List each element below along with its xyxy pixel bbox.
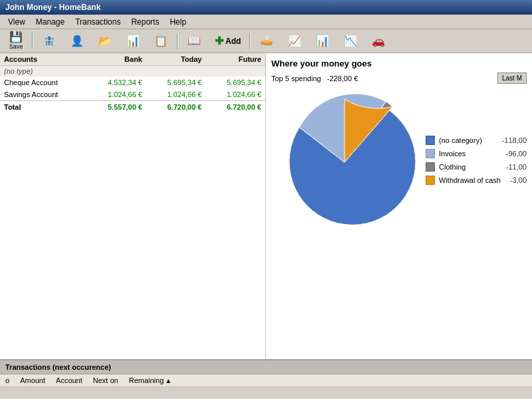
menu-help[interactable]: Help — [164, 16, 192, 28]
linechart-icon: 📈 — [288, 36, 301, 47]
account-future: 5.695,34 € — [205, 76, 265, 88]
table-row[interactable]: Savings Account 1.024,66 € 1.024,66 € 1.… — [0, 88, 265, 101]
menu-manage[interactable]: Manage — [31, 16, 70, 28]
barchart-button[interactable]: 📊 — [309, 31, 336, 51]
pie-chart — [271, 89, 418, 235]
menu-reports[interactable]: Reports — [126, 16, 164, 28]
categories-icon: 📂 — [98, 36, 112, 47]
add-plus-icon: ✚ — [215, 35, 223, 47]
legend-label-withdrawal: Withdrawal of cash — [439, 176, 506, 184]
legend-value-clothing: -11,00 — [506, 163, 527, 171]
col-account[interactable]: Account — [56, 376, 82, 384]
barchart2-icon: 📉 — [344, 36, 357, 47]
legend-item-clothing: Clothing -11,00 — [426, 162, 527, 172]
book-button[interactable]: 📖 — [181, 31, 207, 51]
chart-panel: Where your money goes Top 5 spending -22… — [266, 53, 532, 359]
col-amount[interactable]: Amount — [20, 376, 45, 384]
sort-arrow: ▲ — [165, 377, 172, 384]
legend-item-nocategory: (no category) -118,00 — [426, 136, 527, 145]
total-row: Total 5.557,00 € 6.720,00 € 6.720,00 € — [0, 101, 265, 114]
col-future: Future — [205, 53, 265, 66]
categories-button[interactable]: 📂 — [92, 31, 118, 51]
total-today: 6.720,00 € — [146, 101, 205, 114]
separator-3 — [249, 33, 251, 49]
account-name: Cheque Account — [0, 76, 87, 88]
account-name: Savings Account — [0, 88, 87, 101]
legend-value-invoices: -96,00 — [506, 150, 527, 158]
legend-item-withdrawal: Withdrawal of cash -3,00 — [426, 176, 527, 185]
top5-header: Top 5 spending -228,00 € Last M — [271, 72, 527, 84]
separator-1 — [32, 33, 33, 49]
add-button[interactable]: ✚ Add — [209, 31, 247, 51]
car-button[interactable]: 🚗 — [365, 31, 392, 51]
legend-value-withdrawal: -3,00 — [510, 176, 527, 184]
app-title: John Money - HomeBank — [5, 3, 100, 12]
archive-icon: 📋 — [154, 36, 168, 47]
scheduled-columns: o Amount Account Next on Remaining ▲ — [0, 374, 532, 387]
save-label: Save — [9, 43, 23, 50]
top5-label: Top 5 spending -228,00 € — [271, 74, 358, 82]
total-future: 6.720,00 € — [205, 101, 265, 114]
piechart-icon: 🥧 — [260, 36, 273, 47]
scheduled-title: Transactions (next occurence) — [0, 360, 532, 374]
accounts-icon: 🏦 — [43, 36, 56, 47]
legend-color-clothing — [426, 162, 435, 172]
chart-area: (no category) -118,00 Invoices -96,00 Cl… — [271, 89, 527, 235]
save-button[interactable]: 💾 Save — [3, 31, 29, 51]
legend-color-nocategory — [426, 136, 435, 145]
chart-legend: (no category) -118,00 Invoices -96,00 Cl… — [426, 136, 527, 189]
barchart-icon: 📊 — [316, 36, 329, 47]
save-icon: 💾 — [9, 32, 23, 43]
accounts-panel: Accounts Bank Today Future (no type) Che… — [0, 53, 266, 359]
piechart-button[interactable]: 🥧 — [253, 31, 280, 51]
legend-label-nocategory: (no category) — [439, 136, 498, 144]
legend-label-invoices: Invoices — [439, 150, 502, 158]
account-bank: 1.024,66 € — [87, 88, 146, 101]
menu-transactions[interactable]: Transactions — [70, 16, 126, 28]
archive-button[interactable]: 📋 — [148, 31, 174, 51]
col-remaining[interactable]: Remaining ▲ — [129, 376, 172, 384]
menu-bar: View Manage Transactions Reports Help — [0, 15, 532, 29]
separator-2 — [177, 33, 178, 49]
table-row[interactable]: Cheque Account 4.532,34 € 5.695,34 € 5.6… — [0, 76, 265, 88]
main-content: Accounts Bank Today Future (no type) Che… — [0, 53, 532, 359]
account-future: 1.024,66 € — [205, 88, 265, 101]
accounts-button[interactable]: 🏦 — [36, 31, 63, 51]
budget-button[interactable]: 📊 — [120, 31, 146, 51]
account-today: 1.024,66 € — [146, 88, 205, 101]
toolbar: 💾 Save 🏦 👤 📂 📊 📋 📖 ✚ Add 🥧 📈 📊 📉 🚗 — [0, 29, 532, 53]
legend-color-invoices — [426, 149, 435, 158]
payees-button[interactable]: 👤 — [64, 31, 90, 51]
col-today: Today — [146, 53, 205, 66]
total-bank: 5.557,00 € — [87, 101, 146, 114]
col-o[interactable]: o — [5, 376, 9, 384]
legend-label-clothing: Clothing — [439, 163, 502, 171]
book-icon: 📖 — [188, 36, 201, 47]
linechart-button[interactable]: 📈 — [281, 31, 308, 51]
accounts-table: Accounts Bank Today Future (no type) Che… — [0, 53, 265, 113]
col-bank: Bank — [87, 53, 146, 66]
car-icon: 🚗 — [372, 36, 385, 47]
menu-view[interactable]: View — [3, 16, 31, 28]
legend-value-nocategory: -118,00 — [502, 136, 527, 144]
col-nexton[interactable]: Next on — [93, 376, 118, 384]
title-bar: John Money - HomeBank — [0, 0, 532, 15]
legend-color-withdrawal — [426, 176, 435, 185]
add-label: Add — [225, 37, 241, 46]
legend-item-invoices: Invoices -96,00 — [426, 149, 527, 158]
account-today: 5.695,34 € — [146, 76, 205, 88]
last-month-button[interactable]: Last M — [497, 72, 527, 84]
total-label: Total — [0, 101, 87, 114]
scheduled-panel: Transactions (next occurence) o Amount A… — [0, 359, 532, 399]
account-bank: 4.532,34 € — [87, 76, 146, 88]
budget-icon: 📊 — [126, 36, 140, 47]
account-group-header: (no type) — [0, 66, 265, 77]
payees-icon: 👤 — [70, 36, 84, 47]
chart-title: Where your money goes — [271, 59, 527, 68]
barchart2-button[interactable]: 📉 — [337, 31, 364, 51]
col-accounts: Accounts — [0, 53, 87, 66]
